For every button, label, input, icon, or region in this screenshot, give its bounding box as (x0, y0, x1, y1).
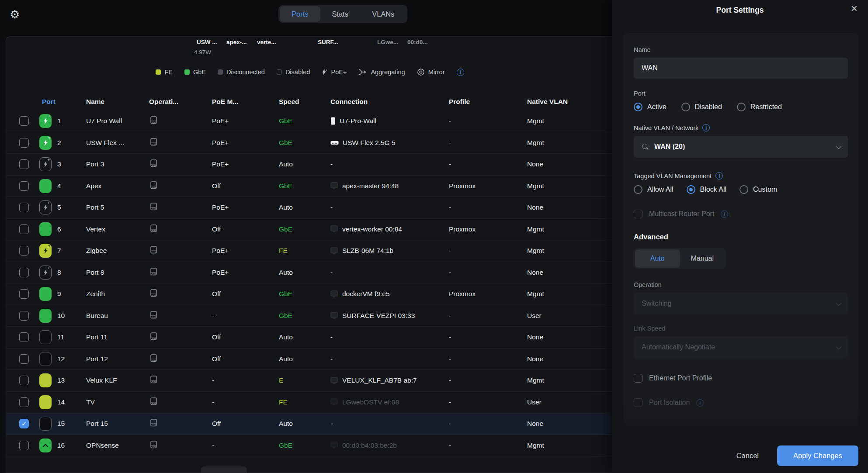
ethernet-profile-checkbox[interactable] (634, 374, 642, 383)
native-vlan-dropdown[interactable]: WAN (20) (634, 136, 848, 158)
settings-gear-icon[interactable]: ⚙ (10, 8, 20, 21)
speed: Auto (279, 333, 293, 341)
connection-text: - (330, 160, 333, 168)
row-checkbox[interactable] (19, 116, 29, 126)
info-icon[interactable]: i (702, 124, 710, 131)
native-vlan: Mgmt (527, 117, 544, 125)
multicast-checkbox[interactable] (634, 210, 642, 218)
connection-text: - (330, 269, 333, 276)
apply-changes-button[interactable]: Apply Changes (777, 445, 858, 466)
close-icon[interactable]: × (851, 3, 858, 14)
table-row[interactable]: 11Port 11OffAuto--None (6, 327, 618, 349)
operation-switching-icon (149, 159, 158, 169)
column-header-nativevlan[interactable]: Native VLAN (527, 98, 568, 106)
speed: E (279, 376, 283, 384)
row-checkbox[interactable] (19, 397, 29, 407)
table-row[interactable]: +7ZigbeePoE+FESLZB-06M 74:1b-Mgmt (6, 240, 618, 262)
server-icon (330, 290, 338, 298)
row-checkbox[interactable] (19, 289, 29, 299)
pagination-stub[interactable] (201, 466, 247, 473)
port-status-icon (39, 417, 52, 431)
row-checkbox[interactable] (19, 354, 29, 364)
mode-segment-manual[interactable]: Manual (680, 249, 725, 268)
row-checkbox[interactable] (19, 159, 29, 169)
server-icon (330, 312, 338, 319)
port-name: Apex (86, 182, 101, 190)
info-icon[interactable]: i (457, 69, 464, 76)
radio-tagged-custom[interactable]: Custom (740, 185, 777, 194)
profile: - (449, 312, 451, 320)
connection: SLZB-06M 74:1b (330, 247, 445, 255)
info-icon[interactable]: i (721, 211, 728, 218)
row-checkbox[interactable] (19, 138, 29, 148)
port-isolation-checkbox[interactable] (634, 398, 642, 407)
mode-segment-auto[interactable]: Auto (635, 249, 680, 268)
row-checkbox[interactable] (19, 376, 29, 385)
radio-icon (681, 103, 690, 111)
row-checkbox[interactable] (19, 181, 29, 191)
row-checkbox[interactable] (19, 268, 29, 277)
table-row[interactable]: +8Port 8PoE+Auto--None (6, 262, 618, 284)
tab-stats[interactable]: Stats (320, 6, 361, 22)
connection-text: - (330, 420, 333, 428)
name-label: Name (634, 46, 848, 53)
background-card-edge (3, 42, 3, 473)
connection-text: SLZB-06M 74:1b (342, 247, 393, 255)
column-header-name[interactable]: Name (86, 98, 104, 106)
table-row[interactable]: +2USW Flex ...PoE+GbEUSW Flex 2.5G 5-Mgm… (6, 132, 618, 154)
table-row[interactable]: +3Port 3PoE+Auto--None (6, 154, 618, 176)
info-icon[interactable]: i (715, 172, 723, 180)
table-row[interactable]: 14TV-FELGwebOSTV ef:08-User (6, 392, 618, 414)
radio-port-active[interactable]: Active (634, 103, 667, 111)
poe-power-draw: 4.97W (194, 49, 211, 55)
row-checkbox[interactable]: ✓ (19, 419, 29, 428)
name-input[interactable] (634, 58, 848, 79)
row-checkbox[interactable] (19, 441, 29, 450)
radio-port-disabled[interactable]: Disabled (681, 103, 722, 111)
cancel-button[interactable]: Cancel (736, 452, 759, 460)
connected-device-label: LGwe... (377, 39, 398, 45)
table-row[interactable]: 6VertexOffGbEvertex-worker 00:84ProxmoxM… (6, 219, 618, 241)
row-checkbox[interactable] (19, 246, 29, 255)
column-header-operati[interactable]: Operati... (149, 98, 178, 106)
table-row[interactable]: +5Port 5PoE+Auto--None (6, 197, 618, 219)
table-row[interactable]: 4ApexOffGbEapex-master 94:48ProxmoxMgmt (6, 176, 618, 197)
legend-label: PoE+ (331, 69, 347, 76)
column-header-connection[interactable]: Connection (330, 98, 368, 106)
connection: SURFACE-VEZPI 03:33 (330, 312, 445, 320)
connection-text: VELUX_KLF_AB7B ab:7 (342, 376, 417, 384)
table-row[interactable]: 12Port 12OffAuto--None (6, 349, 618, 370)
multicast-label: Multicast Router Port (649, 210, 714, 218)
column-header-speed[interactable]: Speed (279, 98, 299, 106)
radio-tagged-allow-all[interactable]: Allow All (634, 185, 674, 194)
row-checkbox[interactable] (19, 203, 29, 212)
column-header-port[interactable]: Port (42, 98, 56, 106)
radio-tagged-block-all[interactable]: Block All (687, 185, 726, 194)
table-row[interactable]: 9ZenithOffGbEdockerVM f9:e5ProxmoxMgmt (6, 283, 618, 305)
tab-vlans[interactable]: VLANs (360, 6, 406, 22)
connected-device-label: SURF... (318, 39, 338, 45)
view-tabs: PortsStatsVLANs (278, 5, 407, 23)
operation-switching-icon (149, 203, 158, 213)
row-checkbox[interactable] (19, 332, 29, 342)
row-checkbox[interactable] (19, 224, 29, 234)
connection-text: SURFACE-VEZPI 03:33 (342, 312, 415, 320)
radio-label: Block All (700, 186, 726, 193)
table-row[interactable]: 10Bureau-GbESURFACE-VEZPI 03:33-User (6, 305, 618, 327)
port-status-icon: + (39, 157, 52, 171)
table-row[interactable]: 13Velux KLF-EVELUX_KLF_AB7B ab:7-Mgmt (6, 370, 618, 392)
port-name: Port 8 (86, 269, 104, 276)
table-row[interactable]: +1U7 Pro WallPoE+GbEU7-Pro-Wall-Mgmt (6, 110, 618, 132)
row-checkbox[interactable] (19, 311, 29, 321)
radio-port-restricted[interactable]: Restricted (737, 103, 782, 111)
table-row[interactable]: 16OPNsense-GbE00:d0:b4:03:be:2b-Mgmt (6, 435, 618, 457)
tab-ports[interactable]: Ports (280, 6, 320, 22)
poe-mode: PoE+ (212, 117, 229, 125)
poe-mode: Off (212, 333, 221, 341)
column-header-profile[interactable]: Profile (449, 98, 470, 106)
table-row[interactable]: ✓15Port 15OffAuto--None (6, 413, 618, 435)
column-header-poem[interactable]: PoE M... (212, 98, 238, 106)
search-icon (642, 143, 649, 150)
server-icon (330, 247, 338, 255)
poe-mode: - (212, 442, 214, 449)
